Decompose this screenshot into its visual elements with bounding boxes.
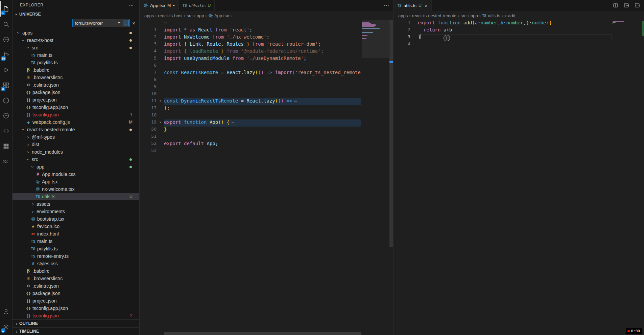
split-editor-icon[interactable] [613, 3, 618, 8]
minimap-2[interactable] [613, 21, 640, 25]
code-editor-2[interactable]: 1export function add(a:number,b:number,)… [393, 20, 644, 335]
tab-utils.ts[interactable]: TSutils.tsU× [393, 0, 432, 11]
horizontal-scrollbar[interactable] [164, 332, 361, 335]
flow-icon[interactable] [0, 154, 13, 169]
file-item-main.ts[interactable]: TSmain.ts [13, 51, 139, 59]
folder-item-src[interactable]: ›src [13, 44, 139, 51]
file-item-.babelrc[interactable]: β.babelrc [13, 66, 139, 74]
code-line[interactable]: 17); [140, 105, 361, 112]
extensions-icon[interactable]: 3 [0, 77, 13, 93]
more-actions-icon[interactable]: ⋯ [129, 2, 134, 8]
folded-code-dots[interactable]: ⋯ [294, 98, 297, 104]
breadcrumb-item-add[interactable]: ◇add [504, 13, 515, 18]
file-item-webpack.config.js[interactable]: ◆webpack.config.jsM [13, 118, 139, 126]
file-item-index.html[interactable]: <>index.html [13, 230, 139, 238]
project-manager-icon[interactable] [0, 138, 13, 154]
code-line[interactable]: 4 [393, 41, 612, 48]
clear-filter-icon[interactable]: × [132, 20, 135, 26]
explorer-icon[interactable]: 1 [0, 1, 13, 17]
filter-icon[interactable]: ≡ [116, 21, 122, 26]
breadcrumb-item-utils.ts[interactable]: TSutils.ts [482, 13, 500, 18]
file-item-tsconfig.app.json[interactable]: {}tsconfig.app.json [13, 305, 139, 312]
file-item-styles.css[interactable]: #styles.css [13, 260, 139, 267]
file-item-utils.ts[interactable]: TSutils.tsU [13, 193, 139, 200]
breadcrumb-item-...[interactable]: ... [233, 13, 237, 18]
code-tools-icon[interactable] [0, 123, 13, 138]
folder-item-app[interactable]: ›app [13, 163, 139, 171]
code-editor-1[interactable]: ⋯1import * as React from 'react';2import… [140, 20, 393, 335]
section-outline[interactable]: ›OUTLINE [13, 319, 139, 327]
file-item-.eslintrc.json[interactable]: .eslintrc.json [13, 282, 139, 290]
file-item-project.json[interactable]: {}project.json [13, 96, 139, 104]
breadcrumb-item-src[interactable]: src [187, 13, 192, 18]
workspace-section-header[interactable]: › UNIVERSE [13, 10, 139, 18]
file-item-tsconfig.json[interactable]: {}tsconfig.json2 [13, 312, 139, 319]
code-line[interactable]: 11›const DynamicReactTsRemote = React.la… [140, 98, 361, 105]
code-line[interactable]: 1import * as React from 'react'; [140, 27, 361, 34]
code-line[interactable]: 18 [140, 112, 361, 119]
section-timeline[interactable]: ›TIMELINE [13, 327, 139, 335]
file-item-package.json[interactable]: {}package.json [13, 290, 139, 297]
folder-item-apps[interactable]: ›apps [13, 29, 139, 37]
minimap-1[interactable] [362, 21, 389, 40]
breadcrumb-item-app[interactable]: app [197, 13, 204, 18]
file-item-tsconfig.json[interactable]: {}tsconfig.json1 [13, 111, 139, 118]
source-control-icon[interactable]: 38 [0, 47, 13, 62]
vertical-scrollbar[interactable] [389, 20, 393, 247]
folder-item-dist[interactable]: ›dist [13, 141, 139, 148]
settings-icon[interactable]: 1 [0, 319, 13, 334]
code-line[interactable]: ⋯ [140, 20, 361, 27]
folder-item-src[interactable]: ›src [13, 156, 139, 163]
folded-code-dots[interactable]: ⋯ [232, 119, 234, 125]
code-line[interactable]: 2import NxWelcome from './nx-welcome'; [140, 34, 361, 41]
breadcrumb-item-src[interactable]: src [460, 13, 466, 18]
folder-item-node_modules[interactable]: ›node_modules [13, 148, 139, 156]
code-line[interactable]: 52export default App; [140, 141, 361, 148]
code-line[interactable]: 3import { Link, Route, Routes } from 're… [140, 41, 361, 48]
hexagon-tool-icon[interactable] [0, 93, 13, 108]
file-item-main.ts[interactable]: TSmain.ts [13, 238, 139, 245]
tab-utils.d.ts[interactable]: TSutils.d.tsU [179, 0, 215, 11]
folder-item-react-ts-host[interactable]: ›react-ts-host [13, 37, 139, 44]
editor-layout-icon[interactable] [624, 3, 629, 8]
code-line[interactable]: 19›export function App() {⋯ [140, 119, 361, 127]
file-item-remote-entry.ts[interactable]: TSremote-entry.ts [13, 252, 139, 260]
code-line[interactable]: 51 [140, 134, 361, 141]
code-line[interactable]: 8 [140, 77, 361, 84]
file-item-project.json[interactable]: {}project.json [13, 297, 139, 305]
code-line[interactable]: 1export function add(a:number,b:number,)… [393, 20, 612, 27]
panel-layout-icon[interactable] [635, 3, 640, 8]
fold-chevron-icon[interactable]: › [157, 98, 164, 105]
breadcrumb-item-react-ts-nested-remote[interactable]: react-ts-nested-remote [412, 13, 457, 18]
file-item-App.tsx[interactable]: App.tsx [13, 178, 139, 185]
code-line[interactable]: 9 [140, 84, 361, 91]
file-item-package.json[interactable]: {}package.json [13, 89, 139, 96]
breadcrumb-item-apps[interactable]: apps [144, 13, 154, 18]
tab-App.tsx[interactable]: App.tsxM● [140, 0, 179, 11]
file-item-nx-welcome.tsx[interactable]: nx-welcome.tsx [13, 185, 139, 193]
folder-item-assets[interactable]: ›assets [13, 200, 139, 208]
folder-item-environments[interactable]: ›environments [13, 208, 139, 215]
file-item-.babelrc[interactable]: β.babelrc [13, 267, 139, 275]
breadcrumb-item-react-ts-host[interactable]: react-ts-host [158, 13, 183, 18]
fold-chevron-icon[interactable]: › [157, 119, 164, 127]
remote-explorer-icon[interactable] [0, 108, 13, 123]
file-item-favicon.ico[interactable]: ★favicon.ico [13, 223, 139, 230]
fuzzy-match-button[interactable] [123, 20, 129, 26]
code-line[interactable]: 4import { loadRemote } from '@module-fed… [140, 48, 361, 55]
accounts-icon[interactable] [0, 304, 13, 319]
folder-item-@mf-types[interactable]: ›@mf-types [13, 133, 139, 141]
more-actions-icon[interactable]: ⋯ [384, 2, 389, 9]
file-item-polyfills.ts[interactable]: TSpolyfills.ts [13, 245, 139, 252]
search-icon[interactable] [0, 17, 13, 32]
code-line[interactable]: 6 [140, 63, 361, 70]
file-item-bootstrap.tsx[interactable]: bootstrap.tsx [13, 215, 139, 223]
code-line[interactable]: 53 [140, 148, 361, 155]
breadcrumb-item-app[interactable]: app [471, 13, 478, 18]
code-line[interactable]: 50} [140, 127, 361, 134]
breadcrumb-item-apps[interactable]: apps [398, 13, 408, 18]
code-line[interactable]: 5import useDynamicModule from './useDyna… [140, 55, 361, 63]
file-item-.browserslistrc[interactable]: ≡.browserslistrc [13, 275, 139, 282]
code-line[interactable]: 3} [393, 34, 612, 41]
file-item-polyfills.ts[interactable]: TSpolyfills.ts [13, 59, 139, 66]
